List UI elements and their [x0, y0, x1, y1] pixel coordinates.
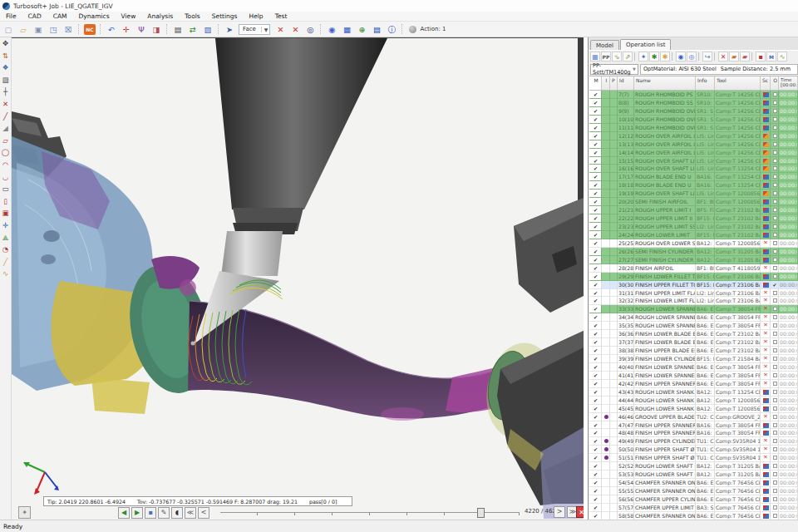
op-enabled-checkbox[interactable]: ✔ — [589, 437, 602, 446]
op-row[interactable]: ✔14(14)ROUGH OVER AIRFOIL LILI5: LirComp… — [589, 149, 798, 157]
sim-slider-handle[interactable] — [477, 508, 485, 518]
op-row[interactable]: ✔11(11)ROUGH RHOMBOID OVESR1: SComp:T 14… — [589, 124, 798, 132]
op-enabled-checkbox[interactable]: ✔ — [589, 281, 602, 289]
op-output-checkbox[interactable] — [771, 165, 779, 173]
sim-close-button[interactable]: ✕ — [576, 506, 584, 518]
op-enabled-checkbox[interactable]: ✔ — [589, 397, 602, 405]
machine-sim-icon[interactable]: ◉ — [676, 52, 686, 62]
op-enabled-checkbox[interactable]: ✔ — [589, 470, 602, 479]
layers-icon[interactable]: ▤ — [371, 23, 382, 36]
op-output-checkbox[interactable] — [771, 248, 779, 256]
op-output-checkbox[interactable] — [771, 388, 779, 397]
op-enabled-checkbox[interactable]: ✔ — [589, 248, 602, 256]
op-enabled-checkbox[interactable]: ✔ — [589, 446, 602, 454]
rewind-button[interactable]: ≪ — [185, 507, 196, 519]
stop-button[interactable]: ▪ — [145, 507, 156, 519]
op-row[interactable]: ✔18(18)ROUGH BLADE END UBA16:Comp:T 1325… — [589, 181, 798, 190]
col-header-m[interactable]: M — [589, 76, 602, 90]
op-enabled-checkbox[interactable]: ✔ — [589, 504, 602, 512]
op-output-checkbox[interactable] — [771, 256, 779, 264]
circle-icon[interactable]: ◯ — [1, 146, 11, 159]
op-output-checkbox[interactable] — [771, 264, 779, 273]
op-row[interactable]: ✔31(31)FINISH UPPER LIMIT FLALI2: LirCom… — [589, 289, 798, 298]
op-row[interactable]: ✔28(28)FINISH AIRFOILBF1: BlComp:T 41180… — [589, 264, 798, 273]
op-output-checkbox[interactable] — [771, 470, 779, 479]
op-row[interactable]: ✔35(35)ROUGH LOWER SPANNEBA6: EComp:T 38… — [589, 322, 798, 330]
action-indicator[interactable]: Action: 1 — [409, 26, 446, 33]
menu-settings[interactable]: Settings — [206, 12, 244, 20]
op-output-checkbox[interactable] — [771, 231, 779, 239]
op-row[interactable]: ✔46(46)GROOVE UPPER BLADE ETU2: CComp:GR… — [589, 413, 798, 421]
op-enabled-checkbox[interactable]: ✔ — [589, 206, 602, 214]
measure-icon[interactable]: ╱ — [1, 256, 11, 268]
menu-test[interactable]: Test — [269, 12, 293, 20]
op-output-checkbox[interactable] — [771, 322, 779, 330]
op-enabled-checkbox[interactable]: ✔ — [589, 190, 602, 198]
op-row[interactable]: ✔53(53)ROUGH LOWER SHAFT BBA12:Comp:T 31… — [589, 470, 798, 479]
op-output-checkbox[interactable] — [771, 495, 779, 504]
op-row[interactable]: ✔9(9)ROUGH RHOMBOID OVESR1: SComp:T 1425… — [589, 107, 798, 116]
op-output-checkbox[interactable] — [771, 140, 779, 149]
op-output-checkbox[interactable] — [771, 214, 779, 223]
pp-settings-dropdown[interactable]: PP-Sett/TM1400g ▼ — [590, 64, 638, 75]
op-output-checkbox[interactable] — [771, 405, 779, 413]
op-row[interactable]: ✔52(52)ROUGH LOWER SHAFT BBA12:Comp:T 31… — [589, 462, 798, 470]
mode-button[interactable]: ◖ — [171, 507, 183, 519]
op-enabled-checkbox[interactable]: ✔ — [589, 495, 602, 504]
crosshair-icon[interactable]: ┼ — [1, 86, 11, 98]
op-enabled-checkbox[interactable]: ✔ — [589, 116, 602, 124]
op-row[interactable]: ✔24(24)ROUGH LOWER LIMITBF15: IComp:T 23… — [589, 231, 798, 239]
op-output-checkbox[interactable] — [771, 446, 779, 454]
op-enabled-checkbox[interactable]: ✔ — [589, 91, 602, 99]
menu-file[interactable]: File — [0, 12, 22, 20]
op-enabled-checkbox[interactable]: ✔ — [589, 429, 602, 437]
op-row[interactable]: ✔39(39)FINISH LOWER CYLINDEIBF15: IComp:… — [589, 355, 798, 363]
zoom-icon[interactable]: ⊕ — [356, 23, 367, 36]
pp-button[interactable]: PP — [601, 52, 611, 62]
op-enabled-checkbox[interactable]: ✔ — [589, 487, 602, 495]
spline-icon[interactable]: ∿ — [1, 268, 11, 280]
op-enabled-checkbox[interactable]: ✔ — [589, 140, 602, 149]
delete-path-icon[interactable]: ✕ — [274, 23, 286, 36]
postprocess-icon[interactable]: ⇄ — [187, 23, 199, 36]
op-row[interactable]: ✔51(51)FINISH UPPER SHAFT Ø1TU1: CComp:5… — [589, 454, 798, 462]
calc-icon[interactable]: ✦ — [638, 52, 648, 62]
polyline-icon[interactable]: ◢ — [1, 122, 11, 135]
snap-points-icon[interactable]: ❖ — [1, 62, 11, 74]
axes-icon[interactable]: ✛ — [121, 23, 132, 36]
op-row[interactable]: ✔48(48)FINISH UPPER SPANNERBA16:Comp:T 3… — [589, 429, 798, 437]
op-output-checkbox[interactable] — [771, 313, 779, 322]
op-row[interactable]: ✔45(45)ROUGH LOWER SHANK IBA12:Comp:T 12… — [589, 405, 798, 413]
copy-op-icon[interactable]: ▰ — [740, 52, 750, 62]
op-enabled-checkbox[interactable]: ✔ — [589, 124, 602, 132]
col-header-sc[interactable]: Sc — [761, 76, 771, 90]
op-row[interactable]: ✔37(37)FINISH LOWER BLADE ENBA6: EComp:T… — [589, 338, 798, 347]
op-row[interactable]: ✔10(10)ROUGH RHOMBOID OVESR1: SComp:T 14… — [589, 116, 798, 124]
col-header-tool[interactable]: Tool — [715, 76, 761, 90]
play-button[interactable]: ▶ — [131, 507, 143, 519]
op-row[interactable]: ✔56(56)CHAMFER UPPER CYLINIBA6: EComp:T … — [589, 495, 798, 504]
tab-operation-list[interactable]: Operation list — [620, 39, 671, 50]
op-output-checkbox[interactable] — [771, 421, 779, 430]
op-enabled-checkbox[interactable]: ✔ — [589, 239, 602, 248]
forward-button[interactable]: > — [554, 506, 565, 518]
op-row[interactable]: ✔47(47)FINISH UPPER SPANNERBA16:Comp:T 3… — [589, 421, 798, 430]
op-row[interactable]: ✔7(7)ROUGH RHOMBOID PSSR10:Comp:T 14256 … — [589, 91, 798, 99]
op-enabled-checkbox[interactable]: ✔ — [589, 132, 602, 140]
op-output-checkbox[interactable] — [771, 198, 779, 206]
op-row[interactable]: ✔44(44)ROUGH LOWER SHANK IBA12:Comp:T 12… — [589, 397, 798, 405]
op-output-checkbox[interactable] — [771, 380, 779, 388]
op-enabled-checkbox[interactable]: ✔ — [589, 223, 602, 231]
op-output-checkbox[interactable] — [771, 454, 779, 462]
op-output-checkbox[interactable] — [771, 429, 779, 437]
op-row[interactable]: ✔23(23)ROUGH UPPER LIMIT SSLI2: LirComp:… — [589, 223, 798, 231]
menu-dynamics[interactable]: Dynamics — [73, 12, 116, 20]
3d-viewport[interactable]: Tip: 2.0419 220.8601 -6.4924 Tov: -0.737… — [12, 37, 584, 520]
op-output-checkbox[interactable] — [771, 305, 779, 313]
spiral-icon[interactable]: ◎ — [304, 23, 316, 36]
axis-icon[interactable]: ✛ — [1, 219, 11, 232]
op-row[interactable]: ✔13(13)ROUGH OVER AIRFOIL LILI5: LirComp… — [589, 140, 798, 149]
op-row[interactable]: ✔19(19)ROUGH OVER SHAFT LI5LI5: LirComp:… — [589, 190, 798, 198]
op-enabled-checkbox[interactable]: ✔ — [589, 313, 602, 322]
op-enabled-checkbox[interactable]: ✔ — [589, 181, 602, 190]
